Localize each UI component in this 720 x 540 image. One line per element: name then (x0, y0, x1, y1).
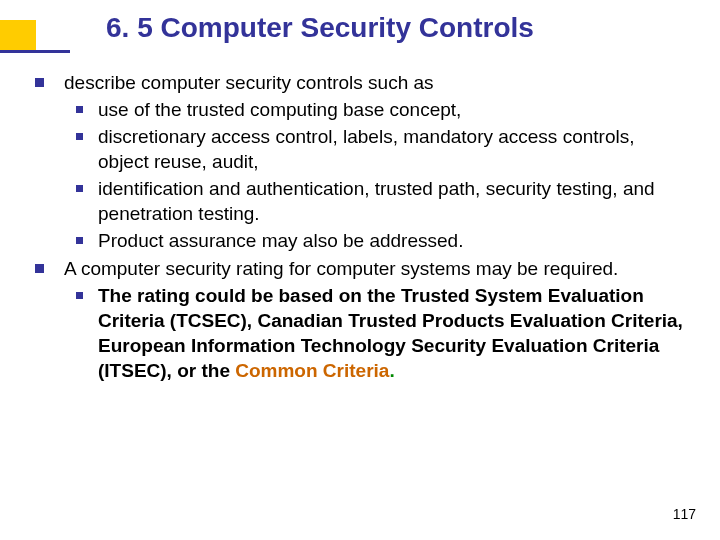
bullet-1-text: describe computer security controls such… (64, 72, 434, 93)
bullet-1-3: identification and authentication, trust… (64, 176, 690, 226)
slide-content: describe computer security controls such… (30, 70, 690, 385)
inner-list-2: The rating could be based on the Trusted… (64, 283, 690, 383)
inner-list-1: use of the trusted computing base concep… (64, 97, 690, 253)
bullet-2: A computer security rating for computer … (30, 256, 690, 383)
bullet-1-2: discretionary access control, labels, ma… (64, 124, 690, 174)
bullet-2-1-period: . (389, 360, 394, 381)
accent-underline (0, 50, 70, 53)
outer-list: describe computer security controls such… (30, 70, 690, 383)
bullet-2-text: A computer security rating for computer … (64, 258, 618, 279)
bullet-2-1: The rating could be based on the Trusted… (64, 283, 690, 383)
bullet-1: describe computer security controls such… (30, 70, 690, 254)
bullet-2-1-highlight: Common Criteria (235, 360, 389, 381)
bullet-1-1: use of the trusted computing base concep… (64, 97, 690, 122)
bullet-1-4: Product assurance may also be addressed. (64, 228, 690, 253)
page-number: 117 (673, 506, 696, 522)
slide-title: 6. 5 Computer Security Controls (106, 12, 534, 44)
accent-block (0, 20, 36, 50)
